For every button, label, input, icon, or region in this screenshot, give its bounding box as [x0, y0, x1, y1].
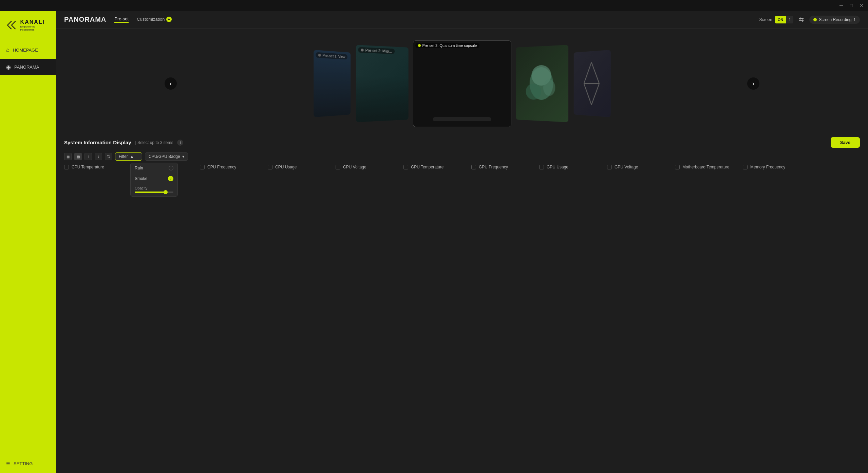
carousel-wrapper: ‹ Pre-set 1: View Pre-se [56, 39, 868, 128]
badge-dropdown-chevron: ▾ [182, 154, 184, 159]
home-icon: ⌂ [6, 47, 10, 53]
save-button[interactable]: Save [831, 137, 860, 148]
carousel-item-1[interactable]: Pre-set 1: View [314, 50, 351, 117]
svg-point-6 [526, 84, 541, 100]
opacity-row: Opacity [131, 184, 177, 196]
svg-line-9 [591, 62, 599, 84]
checkbox-gpu-voltage[interactable]: GPU Voltage [607, 165, 675, 169]
carousel-item-3-center[interactable]: Pre-set 3: Quantum time capsule [413, 40, 511, 127]
topbar-title: PANORAMA [64, 16, 106, 23]
badge-dropdown-button[interactable]: CPU/GPU Badge ▾ [145, 152, 188, 161]
info-hint-button[interactable]: i [177, 140, 183, 146]
sidebar-item-panorama-label: PANORAMA [14, 65, 39, 70]
cb-cpu-voltage-input[interactable] [336, 165, 340, 169]
sidebar: KANALI Empowering Possibilities ⌂ HOMEPA… [0, 11, 56, 473]
cb-cpu-temp-label: CPU Temperature [72, 165, 104, 169]
cb-cpu-freq-input[interactable] [200, 165, 205, 169]
toggle-on-label: ON [775, 16, 786, 23]
filter-dropdown-button[interactable]: Filter ▲ [115, 152, 142, 161]
checkbox-cpu-temp[interactable]: CPU Temperature [64, 165, 132, 169]
view-list-button[interactable]: ▤ [74, 153, 82, 160]
cb-gpu-temp-label: GPU Temperature [411, 165, 444, 169]
customization-plus-icon: + [166, 17, 172, 22]
minimize-button[interactable]: ─ [839, 3, 844, 8]
maximize-button[interactable]: □ [849, 3, 854, 8]
view-grid-button[interactable]: ▦ [64, 153, 72, 160]
badge-dropdown-label: CPU/GPU Badge [149, 154, 180, 159]
close-button[interactable]: ✕ [859, 3, 864, 8]
adjust-icon-button[interactable]: ⇆ [799, 16, 804, 23]
checkbox-mb-temp[interactable]: Motherboard Temperature [675, 165, 743, 169]
sidebar-item-homepage-label: HOMEPAGE [13, 48, 38, 53]
tab-customization[interactable]: Customization + [137, 17, 171, 23]
carousel-next-button[interactable]: › [747, 77, 759, 90]
cb-cpu-freq-label: CPU Frequency [207, 165, 236, 169]
opacity-slider[interactable] [135, 192, 173, 193]
svg-line-10 [584, 84, 591, 105]
sidebar-item-panorama[interactable]: ◉ PANORAMA [0, 59, 56, 75]
setting-label: SETTING [14, 461, 33, 466]
sidebar-spacer [0, 75, 56, 454]
cb-gpu-freq-input[interactable] [471, 165, 476, 169]
cb-cpu-usage-label: CPU Usage [275, 165, 297, 169]
sidebar-item-homepage[interactable]: ⌂ HOMEPAGE [0, 42, 56, 58]
filter-smoke-label: Smoke [135, 176, 147, 181]
carousel-item-2[interactable]: Pre-set 2: Migr... [356, 45, 408, 122]
setting-icon: ☰ [6, 461, 10, 466]
checkbox-gpu-freq[interactable]: GPU Frequency [471, 165, 539, 169]
carousel-item-5[interactable] [573, 50, 610, 117]
cb-gpu-temp-input[interactable] [403, 165, 408, 169]
filter-rain-check [169, 166, 173, 170]
opacity-slider-fill [135, 192, 166, 193]
sidebar-setting[interactable]: ☰ SETTING [0, 454, 56, 473]
sort-alpha-button[interactable]: ⇅ [105, 153, 112, 160]
cb-cpu-usage-input[interactable] [268, 165, 272, 169]
screen-recording-button[interactable]: Screen Recording 1 [809, 16, 860, 24]
carousel-item-3-label: Pre-set 3: Quantum time capsule [415, 43, 480, 48]
sidebar-logo-text: KANALI Empowering Possibilities [20, 19, 50, 31]
filter-smoke-check: ✓ [168, 176, 173, 181]
checkbox-cpu-voltage[interactable]: CPU Voltage [336, 165, 403, 169]
carousel-section: ‹ Pre-set 1: View Pre-se [56, 29, 868, 137]
carousel-prev-button[interactable]: ‹ [165, 77, 177, 90]
checkbox-gpu-usage[interactable]: GPU Usage [539, 165, 607, 169]
carousel-item-4[interactable] [516, 45, 568, 122]
filter-dropdown-label: Filter [119, 154, 128, 159]
filter-option-rain[interactable]: Rain [131, 163, 177, 173]
cb-cpu-temp-input[interactable] [64, 165, 69, 169]
info-panel: System Information Display | Select up t… [56, 137, 868, 473]
info-panel-subtitle: | Select up to 3 items [135, 140, 173, 145]
carousel-item-2-label: Pre-set 2: Migr... [358, 47, 395, 54]
checkbox-cpu-usage[interactable]: CPU Usage [268, 165, 336, 169]
recording-num: 1 [853, 17, 856, 22]
topbar-tabs: Pre-set Customization + [114, 16, 171, 23]
screen-toggle-pill[interactable]: ON 1 [775, 16, 794, 23]
filter-option-smoke[interactable]: Smoke ✓ [131, 173, 177, 184]
cb-mb-temp-input[interactable] [675, 165, 680, 169]
info-panel-title: System Information Display [64, 140, 131, 145]
checkbox-cpu-freq[interactable]: CPU Frequency [200, 165, 268, 169]
screen-toggle: Screen ON 1 [759, 16, 794, 23]
app-name: KANALI [20, 19, 50, 25]
filter-rain-label: Rain [135, 166, 143, 170]
recording-dot-icon [813, 18, 817, 21]
recording-label: Screen Recording [819, 17, 851, 22]
checkbox-mem-freq[interactable]: Memory Frequency [743, 165, 811, 169]
tab-preset[interactable]: Pre-set [114, 16, 129, 23]
cb-gpu-voltage-input[interactable] [607, 165, 612, 169]
sort-asc-button[interactable]: ↑ [84, 153, 92, 160]
filter-dropdown-arrow: ▲ [130, 154, 134, 159]
cb-mem-freq-input[interactable] [743, 165, 748, 169]
cb-gpu-usage-input[interactable] [539, 165, 544, 169]
info-header: System Information Display | Select up t… [64, 137, 860, 148]
svg-line-3 [12, 25, 16, 29]
cb-gpu-usage-label: GPU Usage [547, 165, 568, 169]
topbar: PANORAMA Pre-set Customization + Screen … [56, 11, 868, 29]
sidebar-nav: ⌂ HOMEPAGE ◉ PANORAMA [0, 42, 56, 75]
sort-desc-button[interactable]: ↓ [95, 153, 102, 160]
opacity-slider-thumb [164, 190, 168, 194]
svg-line-0 [7, 21, 12, 25]
sidebar-logo: KANALI Empowering Possibilities [0, 19, 56, 42]
cb-gpu-freq-label: GPU Frequency [479, 165, 508, 169]
checkbox-gpu-temp[interactable]: GPU Temperature [403, 165, 471, 169]
